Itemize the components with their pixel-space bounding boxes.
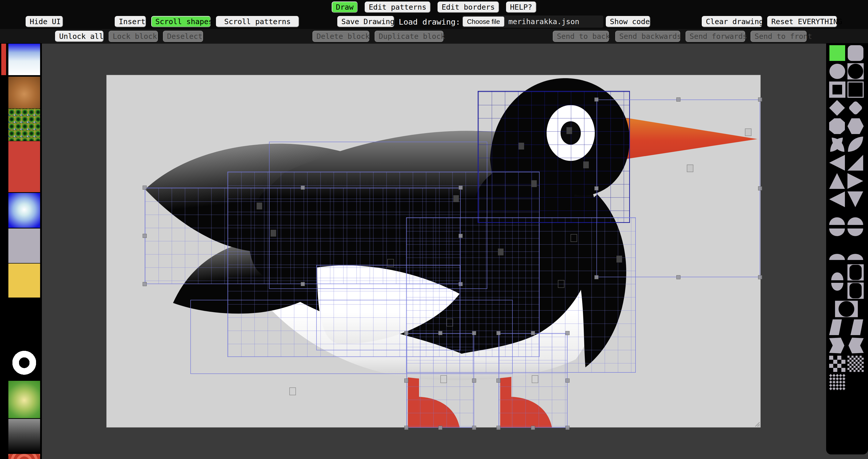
scroll-patterns-button[interactable]: Scroll patterns (216, 16, 299, 27)
block-handle-dark[interactable] (453, 195, 459, 202)
pattern-swatch-red-solid[interactable] (8, 141, 40, 192)
shape-square-green-icon[interactable] (829, 45, 846, 61)
selection-handle[interactable] (676, 275, 680, 279)
shape-trapezoid-left-icon[interactable] (829, 319, 846, 336)
pattern-swatch-gold-solid[interactable] (8, 264, 40, 298)
shape-half-ellipse-up-icon[interactable] (847, 246, 864, 263)
selection-handle[interactable] (143, 234, 147, 238)
edit-patterns-button[interactable]: Edit patterns (365, 2, 430, 13)
shape-tall-semi-up-icon[interactable] (829, 264, 846, 281)
selection-handle[interactable] (758, 97, 762, 101)
selection-rect-9[interactable] (316, 265, 460, 350)
lock-block-button[interactable]: Lock block (108, 31, 158, 42)
pattern-swatch-green-glow[interactable] (8, 381, 40, 418)
send-forwards-button[interactable]: Send forwards (685, 31, 745, 42)
selection-handle[interactable] (565, 378, 569, 382)
send-backwards-button[interactable]: Send backwards (615, 31, 680, 42)
selection-handle[interactable] (758, 275, 762, 279)
shape-semicircle-up-icon[interactable] (829, 209, 846, 226)
send-to-front-button[interactable]: Send to front (750, 31, 807, 42)
shape-triangle-right-icon[interactable] (847, 173, 864, 189)
shape-tall-semi-down-icon[interactable] (829, 282, 846, 299)
shape-chevron-left-icon[interactable] (829, 337, 846, 354)
block-handle-dark[interactable] (531, 180, 537, 187)
block-handle-outline[interactable] (440, 375, 447, 383)
file-input[interactable]: Choose file meriharakka.json (462, 16, 603, 28)
selection-handle[interactable] (676, 97, 680, 101)
block-handle-dark[interactable] (566, 127, 572, 134)
selection-handle[interactable] (565, 331, 569, 335)
pattern-swatch-dark-gradient[interactable] (8, 419, 40, 453)
selection-handle[interactable] (565, 426, 569, 430)
insert-button[interactable]: Insert (115, 16, 146, 27)
block-handle-outline[interactable] (289, 388, 296, 395)
shape-checkerboard-diamond-icon[interactable] (829, 374, 846, 391)
shape-half-ellipse-up-icon[interactable] (829, 246, 846, 263)
shape-chevron-right-icon[interactable] (847, 337, 864, 354)
shape-ellipse-icon[interactable] (829, 63, 846, 80)
shape-inverse-circle-large-icon[interactable] (829, 301, 864, 317)
pattern-swatch-silver-solid[interactable] (8, 228, 40, 263)
show-code-button[interactable]: Show code (606, 16, 650, 27)
block-handle-light[interactable] (687, 164, 693, 172)
shape-checkerboard-icon[interactable] (829, 356, 846, 372)
pattern-swatch-red-rings[interactable] (8, 454, 40, 459)
block-handle-dark[interactable] (519, 143, 524, 150)
duplicate-block-button[interactable]: Duplicate block (375, 31, 443, 42)
reset-everything-button[interactable]: Reset EVERYTHING (767, 16, 837, 27)
shape-inverse-rounded-square-icon[interactable] (847, 282, 864, 299)
shape-triangle-left-icon[interactable] (829, 191, 846, 208)
shape-square-frame-icon[interactable] (829, 81, 846, 98)
shape-checkerboard-fine-icon[interactable] (847, 356, 864, 372)
send-to-back-button[interactable]: Send to back (553, 31, 609, 42)
shape-rounded-square-icon[interactable] (847, 45, 864, 61)
shape-square-outline-icon[interactable] (847, 81, 864, 98)
shape-leaf-icon[interactable] (847, 136, 864, 153)
block-handle-outline[interactable] (532, 375, 538, 383)
shape-inverse-rounded-square-icon[interactable] (847, 264, 864, 281)
shape-diamond-icon[interactable] (829, 99, 846, 116)
selection-handle[interactable] (531, 331, 535, 335)
draw-button[interactable]: Draw (332, 2, 358, 13)
shape-semicircle-down-icon[interactable] (829, 227, 846, 244)
scroll-shapes-button[interactable]: Scroll shapes (151, 16, 211, 27)
block-handle-dark[interactable] (257, 203, 262, 209)
pattern-swatch-black-solid[interactable] (8, 299, 40, 343)
block-handle-dark[interactable] (583, 161, 589, 168)
shape-triangle-se-icon[interactable] (847, 154, 864, 171)
drawing-canvas[interactable] (106, 75, 761, 428)
shape-rounded-diamond-icon[interactable] (847, 99, 864, 116)
palette-scroll-indicator[interactable] (1, 44, 6, 75)
selection-handle[interactable] (438, 426, 442, 430)
selection-handle[interactable] (496, 331, 500, 335)
block-handle-outline[interactable] (558, 280, 564, 288)
selection-handle[interactable] (472, 331, 476, 335)
shape-trapezoid-right-icon[interactable] (847, 319, 864, 336)
shape-inverse-circle-icon[interactable] (847, 63, 864, 80)
selection-handle[interactable] (531, 426, 535, 430)
block-handle-outline[interactable] (570, 234, 577, 242)
selection-handle[interactable] (758, 186, 762, 190)
pattern-swatch-blue-glow[interactable] (8, 193, 40, 228)
selection-handle[interactable] (496, 426, 500, 430)
selection-handle[interactable] (594, 186, 598, 190)
block-handle-dark[interactable] (617, 256, 622, 263)
block-handle-dark[interactable] (498, 248, 503, 255)
edit-borders-button[interactable]: Edit borders (438, 2, 499, 13)
shape-leaf-pair-icon[interactable] (829, 136, 846, 153)
shape-triangle-up-icon[interactable] (829, 173, 846, 189)
block-handle-light[interactable] (745, 128, 751, 136)
selection-handle[interactable] (472, 378, 476, 382)
block-handle-dark[interactable] (271, 230, 276, 237)
pattern-swatch-sky-gradient[interactable] (8, 44, 40, 75)
selection-handle[interactable] (472, 426, 476, 430)
clear-drawing-button[interactable]: Clear drawing (702, 16, 762, 27)
block-handle-outline[interactable] (387, 259, 394, 267)
save-drawing-button[interactable]: Save Drawing (337, 16, 394, 27)
pattern-swatch-white-ring[interactable] (8, 344, 40, 380)
delete-block-button[interactable]: Delete block (312, 31, 369, 42)
shape-octagon-icon[interactable] (829, 118, 846, 134)
selection-handle[interactable] (404, 426, 408, 430)
selection-handle[interactable] (594, 97, 598, 101)
shape-semicircle-down-icon[interactable] (847, 227, 864, 244)
